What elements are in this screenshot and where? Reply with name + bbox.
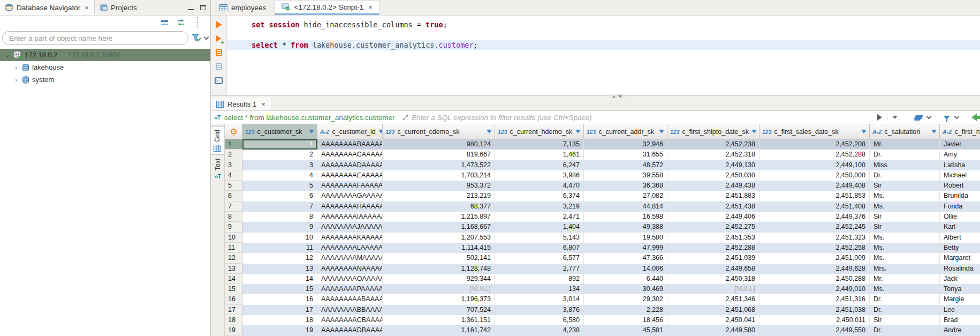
- grid-cell[interactable]: Albert: [940, 233, 980, 243]
- grid-cell[interactable]: 2,452,208: [759, 139, 870, 150]
- grid-cell[interactable]: 32,946: [584, 139, 667, 150]
- filter-expression-input[interactable]: Enter a SQL expression to filter results…: [412, 114, 591, 122]
- grid-cell[interactable]: AAAAAAAACAAAAAAA: [317, 150, 383, 160]
- grid-cell[interactable]: 6: [242, 191, 317, 201]
- grid-cell[interactable]: 47,366: [584, 253, 667, 263]
- row-number-cell[interactable]: 11: [225, 243, 242, 253]
- tab-script-1[interactable]: <172.18.0.2> Script-1 ×: [275, 0, 379, 15]
- grid-cell[interactable]: 2,451,353: [667, 233, 759, 243]
- minimize-icon[interactable]: [188, 5, 194, 10]
- grid-cell[interactable]: 6,807: [495, 243, 584, 253]
- grid-cell[interactable]: 2,452,238: [667, 139, 759, 150]
- grid-cell[interactable]: Mrs.: [870, 264, 940, 274]
- row-number-cell[interactable]: 1: [225, 139, 242, 150]
- grid-cell[interactable]: 2,450,011: [759, 315, 870, 325]
- column-header-c_current_hdemo_sk[interactable]: 123c_current_hdemo_sk: [495, 124, 584, 139]
- sort-dropdown-icon[interactable]: [659, 130, 664, 133]
- tree-item-system[interactable]: › system: [0, 73, 210, 86]
- grid-cell[interactable]: 2,451,323: [759, 233, 870, 243]
- grid-cell[interactable]: Ollie: [940, 212, 980, 222]
- column-header-c_first_shipto_date_sk[interactable]: 123c_first_shipto_date_sk: [667, 124, 759, 139]
- grid-cell[interactable]: 12: [242, 253, 317, 263]
- grid-cell[interactable]: Dr.: [870, 325, 940, 335]
- grid-cell[interactable]: 11: [242, 243, 317, 253]
- grid-cell[interactable]: Dr.: [870, 305, 940, 315]
- grid-cell[interactable]: 17: [242, 305, 317, 315]
- grid-cell[interactable]: Mr.: [870, 139, 940, 150]
- grid-cell[interactable]: 1,196,373: [383, 294, 495, 304]
- row-number-cell[interactable]: 10: [225, 233, 242, 243]
- grid-cell[interactable]: Brunilda: [940, 191, 980, 201]
- grid-cell[interactable]: 3,986: [495, 170, 584, 181]
- row-number-cell[interactable]: 5: [225, 181, 242, 191]
- grid-cell[interactable]: 4,470: [495, 181, 584, 191]
- grid-cell[interactable]: 2,449,376: [759, 212, 870, 222]
- grid-cell[interactable]: AAAAAAAAPAAAAAAA: [317, 284, 383, 294]
- grid-cell[interactable]: 2,451,039: [667, 253, 759, 263]
- grid-cell[interactable]: 2,450,288: [759, 274, 870, 284]
- run-script-icon[interactable]: [214, 48, 223, 57]
- grid-cell[interactable]: Ms.: [870, 253, 940, 263]
- grid-cell[interactable]: Ms.: [870, 201, 940, 212]
- grid-cell[interactable]: Dr.: [870, 294, 940, 304]
- grid-cell[interactable]: 953,372: [383, 181, 495, 191]
- grid-cell[interactable]: 7: [242, 201, 317, 212]
- grid-cell[interactable]: AAAAAAAALAAAAAAA: [317, 243, 383, 253]
- grid-cell[interactable]: 2,452,318: [667, 150, 759, 160]
- grid-cell[interactable]: 6,247: [495, 160, 584, 170]
- grid-cell[interactable]: AAAAAAAACBAAAAAA: [317, 315, 383, 325]
- filter-history-dropdown-icon[interactable]: [892, 116, 898, 119]
- column-header-c_customer_sk[interactable]: 123c_customer_sk: [242, 124, 317, 139]
- grid-cell[interactable]: Rosalinda: [940, 264, 980, 274]
- grid-cell[interactable]: 2,451,316: [759, 294, 870, 304]
- grid-cell[interactable]: Amy: [940, 150, 980, 160]
- tab-projects[interactable]: Projects: [95, 0, 142, 15]
- grid-cell[interactable]: 213,219: [383, 191, 495, 201]
- grid-cell[interactable]: 929,344: [383, 274, 495, 284]
- tree-item-connection[interactable]: ⌄ 172.18.0.2 172.18.0.2:31604: [0, 49, 210, 61]
- row-number-cell[interactable]: 3: [225, 160, 242, 170]
- grid-cell[interactable]: 3: [242, 160, 317, 170]
- collapse-all-icon[interactable]: [161, 20, 168, 25]
- grid-cell[interactable]: 19: [242, 325, 317, 335]
- filter-funnel-icon[interactable]: [192, 34, 201, 42]
- grid-cell[interactable]: 1,703,214: [383, 170, 495, 181]
- row-number-cell[interactable]: 13: [225, 264, 242, 274]
- column-header-c_current_addr_sk[interactable]: 123c_current_addr_sk: [584, 124, 667, 139]
- grid-cell[interactable]: 2,449,100: [759, 160, 870, 170]
- row-number-cell[interactable]: 16: [225, 294, 242, 304]
- grid-cell[interactable]: 1,207,553: [383, 233, 495, 243]
- grid-cell[interactable]: 2,451,346: [667, 294, 759, 304]
- sort-dropdown-icon[interactable]: [931, 130, 937, 133]
- grid-cell[interactable]: Sir: [870, 181, 940, 191]
- grid-cell[interactable]: Margie: [940, 294, 980, 304]
- close-icon[interactable]: ×: [368, 3, 373, 11]
- grid-cell[interactable]: 2,452,275: [667, 222, 759, 232]
- grid-cell[interactable]: 980,124: [383, 139, 495, 150]
- row-number-cell[interactable]: 14: [225, 274, 242, 284]
- grid-cell[interactable]: AAAAAAAAGAAAAAAA: [317, 191, 383, 201]
- grid-cell[interactable]: 8: [242, 212, 317, 222]
- grid-cell[interactable]: 2,451,853: [759, 191, 870, 201]
- grid-cell[interactable]: 1,114,415: [383, 243, 495, 253]
- grid-cell[interactable]: 2,451,883: [667, 191, 759, 201]
- grid-cell[interactable]: AAAAAAAABBAAAAAA: [317, 305, 383, 315]
- grid-cell[interactable]: 134: [495, 284, 584, 294]
- grid-cell[interactable]: 1,361,151: [383, 315, 495, 325]
- grid-cell[interactable]: Ms.: [870, 191, 940, 201]
- grid-cell[interactable]: 6,440: [584, 274, 667, 284]
- grid-cell[interactable]: 3,014: [495, 294, 584, 304]
- grid-cell[interactable]: 44,814: [584, 201, 667, 212]
- grid-cell[interactable]: [NULL]: [667, 284, 759, 294]
- maximize-icon[interactable]: [200, 5, 206, 10]
- grid-cell[interactable]: AAAAAAAAIAAAAAAA: [317, 212, 383, 222]
- grid-cell[interactable]: 1,168,667: [383, 222, 495, 232]
- grid-cell[interactable]: 2,450,041: [667, 315, 759, 325]
- grid-cell[interactable]: Javier: [940, 139, 980, 150]
- grid-cell[interactable]: AAAAAAAAFAAAAAAA: [317, 181, 383, 191]
- side-tab-grid[interactable]: Grid: [211, 126, 224, 155]
- grid-cell[interactable]: AAAAAAAABAAAAAAA: [317, 139, 383, 150]
- grid-cell[interactable]: 2,452,245: [759, 222, 870, 232]
- filter-query-text[interactable]: select * from lakehouse.customer_analyti…: [224, 114, 395, 122]
- grid-cell[interactable]: 36,368: [584, 181, 667, 191]
